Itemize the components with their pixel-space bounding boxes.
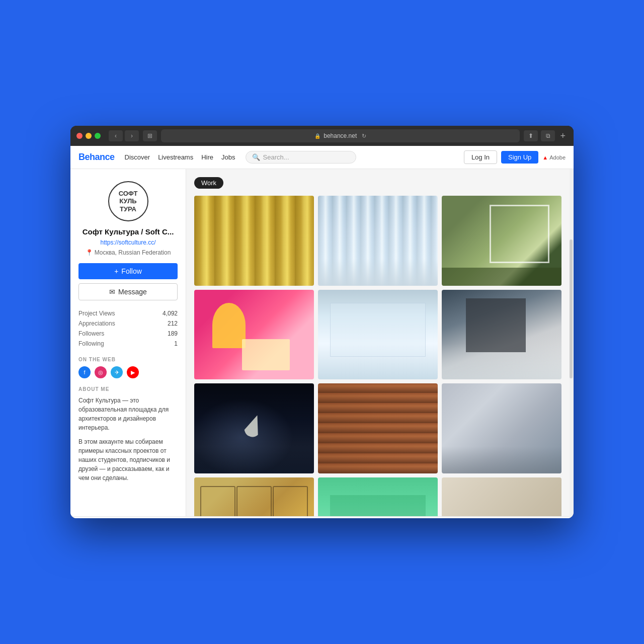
youtube-icon[interactable]: ▶ [127, 366, 139, 378]
portfolio-item-1[interactable] [194, 196, 314, 286]
search-box[interactable]: 🔍 Search... [246, 151, 356, 164]
nav-actions: Log In Sign Up ▲ Adobe [464, 150, 566, 164]
lock-icon: 🔒 [314, 133, 320, 139]
scrollbar[interactable] [570, 169, 574, 516]
profile-url[interactable]: https://softculture.cc/ [78, 239, 178, 246]
stats-table: Project Views 4,092 Appreciations 212 Fo… [78, 308, 178, 349]
profile-name: Софт Культура / Soft C... [78, 227, 178, 236]
stats-row-followers: Followers 189 [78, 329, 178, 339]
login-button[interactable]: Log In [464, 150, 497, 164]
telegram-icon[interactable]: ✈ [111, 366, 123, 378]
profile-location: 📍 Москва, Russian Federation [78, 249, 178, 256]
search-container: 🔍 Search... [246, 151, 454, 164]
footer: More Behance ▾ | English ▾ | TOU Privacy… [70, 516, 574, 518]
search-placeholder: Search... [263, 153, 289, 161]
reload-icon: ↻ [362, 133, 366, 139]
location-pin-icon: 📍 [86, 249, 93, 256]
nav-discover[interactable]: Discover [125, 153, 150, 161]
share-button[interactable]: ⬆ [524, 130, 538, 141]
tab-overview-button[interactable]: ⧉ [541, 130, 555, 141]
profile-avatar-container: СОФТКУЛЬТУРА [78, 181, 178, 221]
behance-logo[interactable]: Behance [78, 152, 115, 163]
adobe-logo: ▲ Adobe [542, 154, 566, 160]
minimize-button[interactable] [86, 133, 92, 139]
plus-icon: + [114, 267, 118, 275]
back-button[interactable]: ‹ [109, 130, 123, 141]
traffic-lights [76, 133, 101, 139]
social-icons-row: f ◎ ✈ ▶ [78, 366, 178, 378]
nav-hire[interactable]: Hire [201, 153, 213, 161]
url-display: behance.net [324, 132, 357, 139]
follow-button[interactable]: + Follow [78, 263, 178, 279]
portfolio-grid [194, 196, 561, 516]
facebook-icon[interactable]: f [78, 366, 91, 378]
about-text-1: Софт Культура — это образовательная площ… [78, 396, 178, 432]
browser-titlebar: ‹ › ⊞ 🔒 behance.net ↻ ⬆ ⧉ + [70, 126, 574, 146]
maximize-button[interactable] [95, 133, 101, 139]
address-bar[interactable]: 🔒 behance.net ↻ [161, 129, 520, 142]
navbar: Behance Discover Livestreams Hire Jobs 🔍… [70, 146, 574, 169]
message-icon: ✉ [109, 288, 115, 296]
stats-row-appreciations: Appreciations 212 [78, 318, 178, 329]
on-the-web-label: ON THE WEB [78, 357, 178, 362]
signup-button[interactable]: Sign Up [501, 151, 538, 164]
new-tab-button[interactable]: + [558, 131, 568, 141]
sidebar-toggle-button[interactable]: ⊞ [143, 130, 157, 141]
stats-row-views: Project Views 4,092 [78, 308, 178, 318]
content-area: Work [186, 169, 570, 516]
page-content: Behance Discover Livestreams Hire Jobs 🔍… [70, 146, 574, 518]
search-icon: 🔍 [252, 153, 260, 161]
nav-links: Discover Livestreams Hire Jobs [125, 153, 235, 161]
about-text-2: В этом аккаунте мы собираем примеры клас… [78, 437, 178, 482]
nav-livestreams[interactable]: Livestreams [158, 153, 193, 161]
about-me-label: ABOUT ME [78, 386, 178, 392]
adobe-icon: ▲ [542, 154, 548, 160]
sidebar: СОФТКУЛЬТУРА Софт Культура / Soft C... h… [70, 169, 186, 516]
forward-button[interactable]: › [125, 130, 139, 141]
profile-avatar: СОФТКУЛЬТУРА [108, 181, 148, 221]
message-button[interactable]: ✉ Message [78, 283, 178, 300]
work-tab[interactable]: Work [194, 177, 223, 189]
instagram-icon[interactable]: ◎ [95, 366, 107, 378]
main-layout: СОФТКУЛЬТУРА Софт Культура / Soft C... h… [70, 169, 574, 516]
close-button[interactable] [76, 133, 83, 139]
nav-jobs[interactable]: Jobs [221, 153, 235, 161]
stats-row-following: Following 1 [78, 339, 178, 349]
